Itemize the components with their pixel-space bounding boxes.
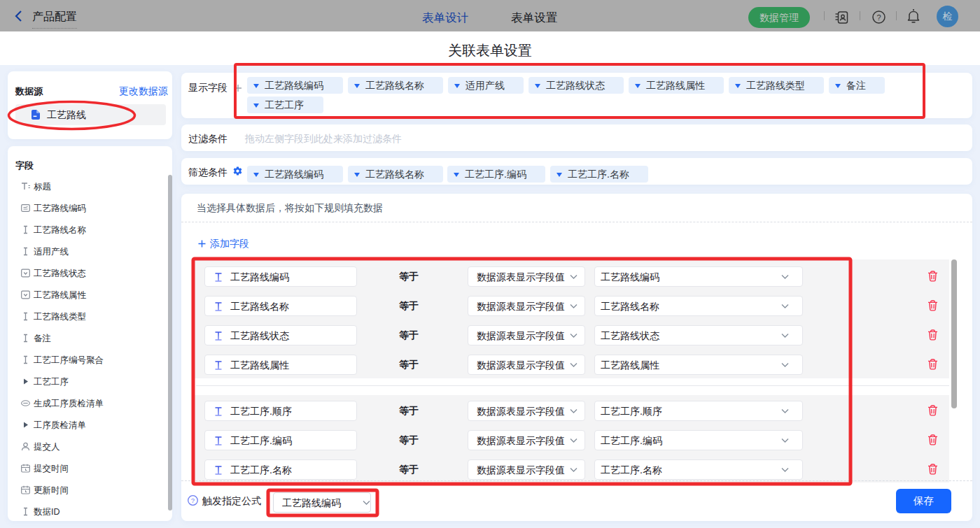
svg-text:?: ? <box>191 497 195 504</box>
svg-text:?: ? <box>876 13 881 22</box>
